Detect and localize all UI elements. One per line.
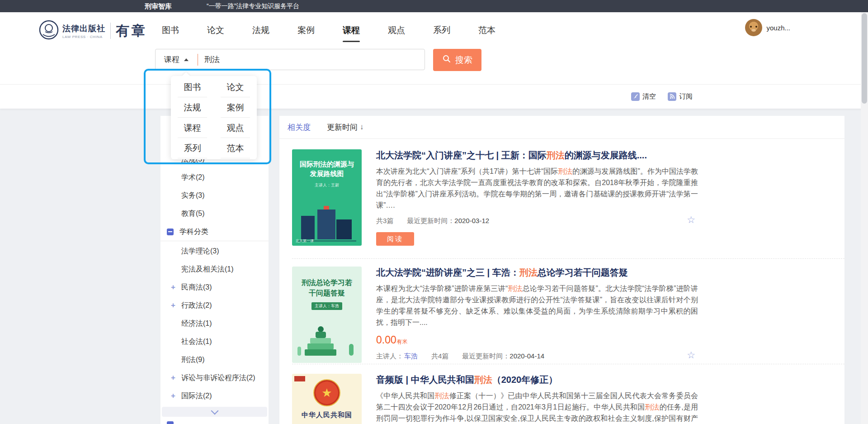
course-title[interactable]: 北大法学院“入门讲座”之十七 | 王新：国际刑法的渊源与发展路线.... [376,149,698,162]
dropdown-option[interactable]: 课程 [171,118,214,138]
expand-plus-icon[interactable]: + [171,301,175,310]
avatar[interactable] [745,19,762,36]
expand-plus-icon[interactable]: + [171,373,175,382]
national-emblem: ★ [313,379,340,406]
sidebar-item[interactable]: 刑法(9) [160,351,269,369]
text-segment: 《中华人民共和国 [376,392,435,400]
illustration-shape [307,343,334,349]
sidebar-item-label: 民商法(3) [181,283,212,292]
sidebar-item[interactable]: 社会法(1) [160,333,269,351]
logo-press-name-en: LAW PRESS · CHINA [62,35,105,39]
site-logo[interactable]: 法律出版社 LAW PRESS · CHINA 有章 [38,19,147,42]
sidebar-item[interactable]: 学术(2) [160,168,269,186]
logo-brand-youzhang: 有章 [116,22,147,40]
course-cover[interactable]: 刑法总论学习若干问题答疑主讲人：车浩 [292,267,362,363]
expand-plus-icon[interactable]: + [171,391,175,400]
search-category-dropdown: 图书论文法规案例课程观点系列范本 [171,76,257,159]
national-emblem-star-icon: ★ [321,387,332,399]
subscribe-label: 订阅 [679,92,693,101]
sidebar-item[interactable]: +民商法(3) [160,278,269,296]
sort-option[interactable]: 相关度 [288,122,311,133]
sidebar-section-title: 学科分类 [179,227,208,237]
nav-tab[interactable]: 图书 [162,24,179,36]
collapse-minus-icon[interactable] [167,229,174,235]
sidebar-item-label: 教育(5) [181,209,205,219]
updated-label: 最近更新时间： [462,352,509,360]
scrollbar-thumb[interactable] [862,13,867,104]
site-header: 法律出版社 LAW PRESS · CHINA 有章 图书论文法规案例课程观点系… [0,12,868,85]
favorite-star-icon[interactable]: ☆ [687,214,695,225]
text-segment: 北大法学院“进阶讲座”之三 | 车浩： [376,267,519,277]
search-button[interactable]: 搜索 [433,49,481,71]
search-box: 课程 [155,49,425,70]
course-cover[interactable]: ★中华人民共和国 [292,374,362,424]
chevron-down-icon [211,407,218,414]
nav-tab[interactable]: 法规 [252,24,269,36]
course-description: 本次讲座为北大“入门讲座”系列（共17讲）第十七讲“国际刑法的渊源与发展路线图”… [376,166,698,211]
nav-tab[interactable]: 范本 [478,24,495,36]
speaker-label: 主讲人： [376,352,403,360]
sidebar-section-header[interactable]: 学科分类 [160,223,269,241]
dropdown-option[interactable]: 系列 [171,138,214,158]
course-description: 《中华人民共和国刑法修正案（十一）》已由中华人民共和国第十三届全国人民代表大会常… [376,390,698,424]
user-account[interactable]: youzh... [745,19,790,36]
sort-option[interactable]: 更新时间↓ [327,122,364,133]
sidebar-item[interactable]: 宪法及相关法(1) [160,260,269,278]
illustration-shape [297,347,301,356]
keyword-highlight: 刑法 [645,403,659,411]
text-segment: 音频版 | 中华人民共和国 [376,375,474,385]
clear-button[interactable]: 清空 [631,92,656,101]
dropdown-option[interactable]: 范本 [214,138,257,158]
speaker: 主讲人：车浩 [376,352,418,361]
user-name: youzh... [766,24,790,32]
read-button[interactable]: 阅读 [376,232,414,246]
sort-option-label: 更新时间 [327,122,358,133]
topbar-link-belt-road-platform[interactable]: “一带一路”法律专业知识服务平台 [207,0,299,12]
cover-title: 国际刑法的渊源与发展路线图 [292,149,362,178]
course-meta: 共3篇最近更新时间：2020-03-12☆ [376,216,698,226]
sidebar-item[interactable]: +诉讼与非诉讼程序法(2) [160,369,269,387]
topbar-link-criminal-thinktank[interactable]: 刑审智库 [145,0,172,12]
collapse-icon-partial[interactable] [167,421,174,424]
logo-divider [110,23,111,39]
dropdown-option[interactable]: 案例 [214,97,257,118]
nav-tab[interactable]: 系列 [433,24,450,36]
cover-speaker: 主讲人：王新 [292,182,362,188]
keyword-highlight: 刑法 [519,267,538,277]
sidebar-item[interactable]: 教育(5) [160,205,269,223]
sidebar-item-label: 实务(3) [181,191,205,200]
illustration-shape [324,206,329,210]
dropdown-option[interactable]: 法规 [171,97,214,118]
caret-up-icon [184,58,189,61]
nav-tab[interactable]: 课程 [343,24,360,36]
cover-illustration [292,321,362,363]
sidebar-item[interactable]: 实务(3) [160,186,269,205]
course-cover[interactable]: 国际刑法的渊源与发展路线图主讲人：王新北大第一课 [292,149,362,246]
course-title[interactable]: 北大法学院“进阶讲座”之三 | 车浩：刑法总论学习若干问题答疑 [376,267,698,279]
dropdown-option[interactable]: 观点 [214,118,257,138]
nav-tab[interactable]: 案例 [297,24,315,36]
keyword-highlight: 刑法 [558,167,572,175]
course-title[interactable]: 音频版 | 中华人民共和国刑法（2020年修正） [376,374,698,386]
sidebar-item[interactable]: +行政法(2) [160,296,269,314]
sidebar-item[interactable]: 法学理论(3) [160,242,269,260]
nav-tab[interactable]: 论文 [207,24,224,36]
cover-title: 刑法总论学习若干问题答疑 [292,267,362,298]
cover-speaker-badge: 主讲人：车浩 [311,302,342,310]
illustration-shape [305,349,336,356]
sort-option-label: 相关度 [288,122,311,133]
primary-nav: 图书论文法规案例课程观点系列范本 [162,12,495,48]
nav-tab[interactable]: 观点 [388,24,405,36]
sidebar-item[interactable]: +国际法(2) [160,387,269,405]
search-input[interactable] [198,55,425,64]
subscribe-button[interactable]: 订阅 [668,92,693,101]
page-scrollbar [861,12,868,424]
speaker-link[interactable]: 车浩 [404,352,418,360]
dropdown-option[interactable]: 图书 [171,77,214,97]
search-category-selector[interactable]: 课程 [156,54,198,65]
dropdown-option[interactable]: 论文 [214,77,257,97]
sidebar-item[interactable]: 经济法(1) [160,314,269,333]
expand-plus-icon[interactable]: + [171,283,175,292]
favorite-star-icon[interactable]: ☆ [687,350,695,361]
expand-more-bar[interactable] [162,407,267,417]
